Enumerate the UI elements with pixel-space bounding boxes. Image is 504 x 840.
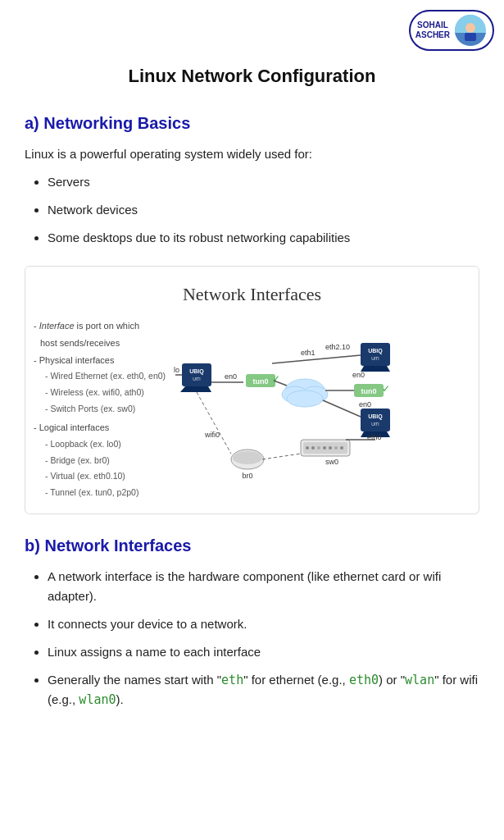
svg-point-24 (340, 446, 343, 450)
section-b-list: A network interface is the hardware comp… (25, 567, 479, 710)
svg-marker-7 (180, 386, 211, 392)
list-item: Network devices (48, 200, 479, 220)
label-virtual: - Virtual (ex. eth0.10) (34, 469, 166, 484)
svg-point-23 (334, 446, 338, 450)
svg-text:en0: en0 (359, 400, 371, 409)
wlan0-highlight: wlan0 (79, 692, 116, 707)
svg-text:wifi0: wifi0 (204, 431, 220, 439)
list-item: Some desktops due to its robust networki… (48, 228, 479, 248)
list-item-connects: It connects your device to a network. (48, 614, 479, 634)
line-ap-switch (262, 454, 301, 459)
network-diagram: Network Interfaces - Interface is port o… (25, 266, 479, 514)
svg-text:UITI: UITI (371, 422, 379, 427)
diagram-svg: UBIQ UITI UBIQ UITI UBIQ UITI (174, 318, 403, 482)
svg-text:en0: en0 (225, 372, 237, 381)
section-a: a) Networking Basics Linux is a powerful… (25, 110, 479, 248)
label-switch: - Switch Ports (ex. sw0) (34, 402, 166, 417)
label-logical: - Logical interfaces (34, 420, 166, 436)
svg-text:UBIQ: UBIQ (368, 348, 383, 354)
page-title: Linux Network Configuration (25, 62, 479, 90)
svg-text:lo: lo (174, 366, 179, 374)
svg-text:✓: ✓ (382, 383, 390, 395)
svg-text:UBIQ: UBIQ (368, 413, 383, 420)
label-host: host sends/receives (34, 336, 166, 351)
svg-rect-4 (465, 33, 476, 41)
line-wifi0 (197, 392, 231, 454)
section-a-list: Servers Network devices Some desktops du… (25, 172, 479, 248)
svg-text:UBIQ: UBIQ (189, 368, 204, 375)
svg-text:tun0: tun0 (253, 377, 269, 386)
svg-point-25 (233, 451, 262, 464)
svg-text:tun0: tun0 (361, 387, 377, 395)
svg-point-19 (311, 446, 315, 450)
diagram-image: UBIQ UITI UBIQ UITI UBIQ UITI (174, 318, 470, 488)
label-loopback: - Loopback (ex. lo0) (34, 437, 166, 452)
section-a-intro: Linux is a powerful operating system wid… (25, 144, 479, 164)
svg-text:sw0: sw0 (325, 458, 338, 466)
profile-name: SOHAIL ASCHER (415, 21, 450, 40)
section-a-heading: a) Networking Basics (25, 110, 479, 136)
device-left (182, 363, 211, 386)
svg-point-20 (317, 446, 320, 450)
list-item: Servers (48, 172, 479, 192)
label-wired: - Wired Ethernet (ex. eth0, en0) (34, 369, 166, 384)
section-b-heading: b) Network Interfaces (25, 532, 479, 559)
label-tunnel: - Tunnel (ex. tun0, p2p0) (34, 486, 166, 500)
line-cloud-right-bottom (323, 400, 361, 417)
line-eth1 (272, 355, 361, 363)
eth-highlight: eth (221, 673, 243, 687)
section-b: b) Network Interfaces A network interfac… (25, 532, 479, 710)
device-right-bottom (361, 409, 390, 431)
svg-point-3 (465, 23, 475, 33)
svg-point-21 (323, 446, 326, 450)
wlan-highlight: wlan (405, 673, 434, 687)
svg-text:UITI: UITI (193, 377, 200, 381)
eth0-highlight: eth0 (349, 673, 379, 687)
list-item-hardware: A network interface is the hardware comp… (48, 567, 479, 606)
svg-point-18 (306, 446, 309, 450)
svg-marker-10 (361, 366, 390, 372)
device-right-top (361, 343, 390, 366)
diagram-title: Network Interfaces (34, 280, 470, 308)
svg-text:eth2.10: eth2.10 (325, 343, 350, 351)
label-wireless: - Wireless (ex. wifi0, ath0) (34, 386, 166, 400)
label-bridge: - Bridge (ex. br0) (34, 454, 166, 468)
svg-text:en0: en0 (352, 371, 365, 379)
avatar (455, 15, 486, 46)
svg-point-16 (287, 390, 323, 407)
diagram-content: - Interface is port on which host sends/… (34, 318, 470, 502)
svg-text:UITI: UITI (371, 356, 379, 361)
label-physical: - Physical interfaces (34, 353, 166, 368)
svg-text:eth1: eth1 (301, 349, 316, 357)
label-interface: - Interface is port on which (34, 318, 166, 334)
list-item-assigns: Linux assigns a name to each interface (48, 642, 479, 662)
diagram-labels: - Interface is port on which host sends/… (34, 318, 166, 502)
svg-point-22 (329, 446, 332, 450)
list-item-names: Generally the names start with "eth" for… (48, 670, 479, 710)
profile-badge: SOHAIL ASCHER (409, 10, 494, 51)
svg-text:br0: br0 (243, 472, 253, 480)
